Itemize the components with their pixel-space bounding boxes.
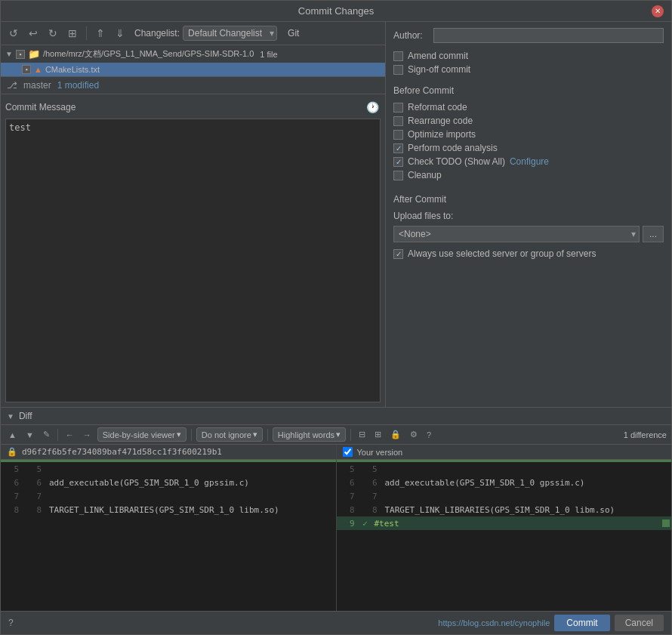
always-use-row[interactable]: Always use selected server or group of s… [393, 248, 664, 259]
forward-icon[interactable]: ↻ [45, 25, 61, 42]
help-btn[interactable]: ? [424, 429, 434, 441]
columns-btn[interactable]: ⊞ [371, 428, 384, 441]
move-down-icon[interactable]: ⇓ [112, 25, 128, 42]
diff-right-pane: 5 5 6 6 add_executable(GPS_SIM_SDR_1_0 g… [337, 460, 672, 611]
next-diff-btn[interactable]: → [80, 429, 94, 441]
check-todo-checkbox[interactable] [393, 157, 403, 167]
reformat-label: Reformat code [408, 102, 467, 113]
highlight-dropdown[interactable]: Highlight words ▾ [273, 427, 346, 442]
author-label: Author: [393, 30, 427, 41]
optimize-label: Optimize imports [408, 129, 476, 140]
file-checkbox[interactable]: ▪ [22, 65, 31, 74]
configure-link[interactable]: Configure [510, 156, 549, 167]
scroll-down-btn[interactable]: ▼ [23, 429, 37, 441]
always-use-checkbox[interactable] [393, 249, 403, 259]
optimize-checkbox[interactable] [393, 130, 403, 140]
after-commit-title: After Commit [393, 194, 664, 205]
prev-diff-btn[interactable]: ← [63, 429, 77, 441]
author-input[interactable] [433, 28, 664, 43]
amend-commit-label: Amend commit [408, 51, 468, 61]
rearrange-row[interactable]: Rearrange code [393, 116, 664, 126]
perform-analysis-row[interactable]: Perform code analysis [393, 143, 664, 153]
diff-left-pane: 5 5 6 6 add_executable(GPS_SIM_SDR_1_0 g… [1, 460, 337, 611]
cancel-button[interactable]: Cancel [615, 615, 664, 631]
back-icon[interactable]: ↩ [25, 25, 42, 42]
file-row[interactable]: ▪ ▲ CMakeLists.txt [1, 63, 385, 76]
clock-icon[interactable]: 🕐 [364, 99, 381, 116]
added-code-line: 9 ✓ #test [337, 516, 672, 530]
your-version-panel: Your version [337, 445, 672, 460]
right-panel: Author: Amend commit Sign-off commit Bef… [386, 22, 671, 407]
upload-select[interactable]: <None> [393, 226, 640, 242]
lock-icon: 🔒 [7, 447, 17, 457]
close-button[interactable]: ✕ [652, 5, 664, 17]
cleanup-label: Cleanup [408, 170, 442, 180]
commit-textarea[interactable]: test [5, 119, 381, 402]
code-line: 7 7 [337, 489, 672, 503]
settings-btn[interactable]: ⚙ [407, 428, 421, 441]
viewer-dropdown[interactable]: Side-by-side viewer ▾ [97, 427, 186, 442]
main-content: ↺ ↩ ↻ ⊞ ⇑ ⇓ Changelist: Default Changeli… [1, 22, 671, 407]
status-url[interactable]: https://blog.csdn.net/cynophile [438, 618, 550, 627]
refresh-icon[interactable]: ↺ [5, 25, 22, 42]
diff-header: ▼ Diff [1, 408, 671, 425]
upload-select-wrapper[interactable]: <None> [393, 226, 640, 242]
author-row: Author: [393, 28, 664, 43]
diff-expand-arrow[interactable]: ▼ [7, 412, 14, 421]
grid-icon[interactable]: ⊞ [64, 25, 81, 42]
separator [86, 26, 87, 40]
main-window: Commit Changes ✕ ↺ ↩ ↻ ⊞ ⇑ ⇓ Changelist:… [0, 0, 672, 635]
diff-section: ▼ Diff ▲ ▼ ✎ ← → Side-by-side viewer ▾ D… [1, 407, 671, 611]
rearrange-checkbox[interactable] [393, 116, 403, 126]
upload-label: Upload files to: [393, 211, 664, 221]
perform-analysis-checkbox[interactable] [393, 143, 403, 153]
root-checkbox[interactable]: ▪ [16, 50, 25, 59]
commit-label: Commit Message [5, 102, 76, 113]
file-tree: ▼ ▪ 📁 /home/mrz/文档/GPS_L1_NMA_Send/GPS-S… [1, 45, 385, 77]
code-line: 5 5 [1, 462, 336, 476]
move-up-icon[interactable]: ⇑ [92, 25, 109, 42]
commit-button[interactable]: Commit [554, 615, 609, 631]
sign-off-checkbox[interactable] [393, 65, 403, 75]
check-todo-row[interactable]: Check TODO (Show All) Configure [393, 156, 664, 167]
ignore-dropdown-arrow: ▾ [253, 430, 257, 439]
upload-dots-button[interactable]: ... [643, 226, 664, 242]
edit-btn[interactable]: ✎ [40, 428, 53, 441]
cleanup-checkbox[interactable] [393, 171, 403, 180]
reformat-row[interactable]: Reformat code [393, 102, 664, 113]
ignore-dropdown[interactable]: Do not ignore ▾ [196, 427, 263, 442]
branch-icon: ⎇ [7, 80, 17, 91]
tb-sep2 [191, 429, 192, 441]
added-right-indicator [662, 519, 670, 527]
branch-info: ⎇ master 1 modified [1, 77, 385, 94]
left-panel: ↺ ↩ ↻ ⊞ ⇑ ⇓ Changelist: Default Changeli… [1, 22, 386, 407]
align-btn[interactable]: ⊟ [356, 428, 368, 441]
before-commit-title: Before Commit [393, 85, 664, 96]
changelist-label: Changelist: [134, 28, 180, 39]
optimize-row[interactable]: Optimize imports [393, 129, 664, 140]
file-name: CMakeLists.txt [45, 65, 100, 74]
cleanup-row[interactable]: Cleanup [393, 170, 664, 180]
reformat-checkbox[interactable] [393, 103, 403, 113]
tree-root-row[interactable]: ▼ ▪ 📁 /home/mrz/文档/GPS_L1_NMA_Send/GPS-S… [1, 45, 385, 63]
help-icon[interactable]: ? [8, 618, 14, 628]
branch-name: master [23, 80, 51, 91]
diff-title: Diff [19, 411, 32, 421]
sign-off-row[interactable]: Sign-off commit [393, 64, 664, 75]
amend-commit-checkbox[interactable] [393, 51, 403, 61]
diff-panels-header: 🔒 d96f2f6b5fe734089baf471d58cc1f3f600219… [1, 445, 671, 460]
changelist-select[interactable]: Default Changelist [183, 26, 277, 41]
changelist-select-wrapper[interactable]: Default Changelist [183, 26, 277, 41]
title-bar: Commit Changes ✕ [1, 1, 671, 22]
status-bar: ? https://blog.csdn.net/cynophile Commit… [1, 611, 671, 634]
rearrange-label: Rearrange code [408, 116, 473, 126]
code-line: 7 7 [1, 489, 336, 503]
file-count-badge: 1 file [260, 50, 277, 59]
highlight-label: Highlight words [278, 430, 334, 439]
folder-icon: 📁 [28, 48, 40, 60]
amend-commit-row[interactable]: Amend commit [393, 51, 664, 61]
diff-file-row-left: 🔒 d96f2f6b5fe734089baf471d58cc1f3f600219… [1, 445, 337, 460]
your-version-checkbox[interactable] [343, 447, 353, 457]
lock-btn[interactable]: 🔒 [387, 428, 404, 441]
scroll-up-btn[interactable]: ▲ [5, 429, 20, 441]
